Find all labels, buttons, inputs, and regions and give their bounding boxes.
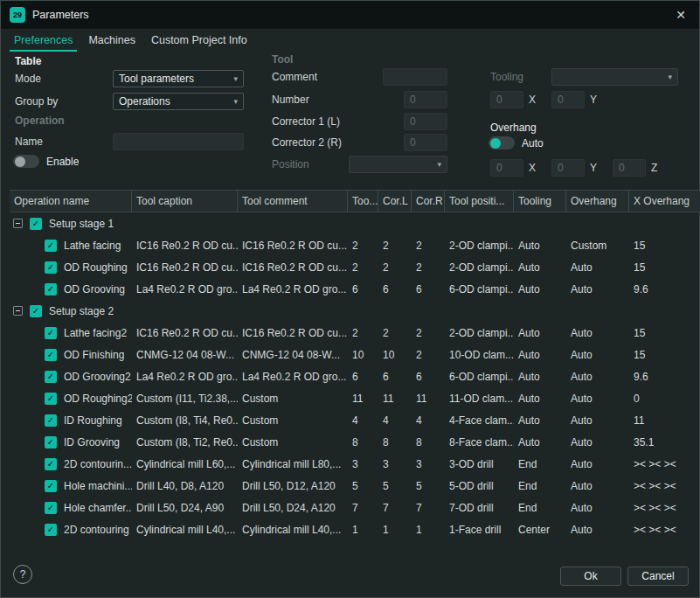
table-row[interactable]: ✓OD Grooving2La4 Re0.2 R OD gro...La4 Re… [10,365,700,387]
table-row[interactable]: ✓OD GroovingLa4 Re0.2 R OD gro...La4 Re0… [10,278,700,300]
table-header-row: Operation name Tool caption Tool comment… [10,190,700,212]
table-row[interactable]: ✓Hole machini...Drill L40, D8, A120Drill… [10,475,700,497]
table-row[interactable]: ✓OD Roughing2Custom (I11, Ti2.38,...Cust… [10,387,700,409]
row-checkbox[interactable]: ✓ [45,240,57,252]
row-checkbox[interactable]: ✓ [30,305,42,317]
overhang-cell: Auto [566,453,629,475]
cancel-button[interactable]: Cancel [627,567,689,586]
ok-button[interactable]: Ok [560,567,621,586]
row-checkbox[interactable]: ✓ [45,349,57,361]
row-checkbox[interactable]: ✓ [45,502,57,514]
table-row[interactable]: ✓Lathe facingIC16 Re0.2 R OD cu...IC16 R… [10,234,700,256]
row-checkbox[interactable]: ✓ [30,218,42,230]
table-row[interactable]: ✓Hole chamfer...Drill L50, D24, A90Drill… [10,497,700,518]
tab-machines[interactable]: Machines [82,31,142,52]
table-row[interactable]: ✓OD RoughingIC16 Re0.2 R OD cu...IC16 Re… [10,256,700,278]
tool-caption-cell: Cylindrical mill L40,... [132,518,238,540]
tooling-x-input: 0 [490,91,523,108]
column-header-cor-l[interactable]: Cor.L [378,191,412,212]
row-checkbox[interactable]: ✓ [45,327,57,339]
operation-name: OD Roughing2 [64,393,132,405]
column-header-tool-number[interactable]: Too... [348,191,378,212]
cor-r-cell: 11 [412,387,445,409]
tool-comment-cell: Custom [238,431,348,453]
tool-comment-cell: Custom [238,387,348,409]
row-checkbox[interactable]: ✓ [45,458,57,470]
row-checkbox[interactable]: ✓ [45,480,57,492]
mode-dropdown[interactable]: Tool parameters ▾ [113,70,244,87]
cor-r-cell: 2 [412,234,445,256]
collapse-icon[interactable] [13,219,23,228]
tab-preferences[interactable]: Preferences [8,31,79,52]
operation-name: 2D contourin... [64,458,132,470]
tooling-cell: Auto [514,234,566,256]
column-header-tooling[interactable]: Tooling [514,191,566,212]
column-header-cor-r[interactable]: Cor.R [412,191,445,212]
overhang-cell [566,300,629,322]
cor-l-cell [378,300,412,322]
x-overhang-cell: 15 [629,322,700,344]
operation-name: OD Finishing [64,349,124,361]
x-overhang-cell: >< >< >< [629,497,700,518]
table-row[interactable]: ✓2D contouringCylindrical mill L40,...Cy… [10,518,700,540]
tab-custom-project-info[interactable]: Custom Project Info [145,31,253,52]
operation-name: 2D contouring [64,524,129,536]
row-checkbox[interactable]: ✓ [45,371,57,383]
overhang-z-value: 0 [619,162,625,174]
tool-position-cell: 8-Face clam... [445,431,514,453]
row-checkbox[interactable]: ✓ [45,436,57,448]
tool-position-cell: 10-OD clam... [445,344,514,365]
cor-l-cell: 2 [378,234,412,256]
overhang-cell: Auto [566,278,629,300]
x-overhang-cell: 0 [629,387,700,409]
overhang-cell: Auto [566,431,629,453]
operation-name: Lathe facing [64,240,121,252]
column-header-tool-comment[interactable]: Tool comment [238,191,348,212]
group-row[interactable]: ✓Setup stage 2 [10,300,700,322]
operation-name-cell: ✓Setup stage 2 [10,300,132,322]
cor-l-cell: 6 [378,365,412,387]
tooling-x-label: X [529,94,536,107]
table-row[interactable]: ✓OD FinishingCNMG-12 04 08-W...CNMG-12 0… [10,344,700,365]
table-row[interactable]: ✓ID RoughingCustom (I8, Ti4, Re0...Custo… [10,409,700,431]
groupby-dropdown[interactable]: Operations ▾ [113,93,244,110]
operation-name: OD Grooving2 [64,371,131,383]
cor-r-cell: 5 [412,475,445,497]
row-checkbox[interactable]: ✓ [45,283,57,296]
collapse-icon[interactable] [13,306,23,316]
column-header-tool-position[interactable]: Tool positi... [445,191,514,212]
cor-l-cell: 2 [378,322,412,344]
enable-toggle[interactable] [13,155,39,168]
close-icon[interactable]: ✕ [671,8,690,22]
row-checkbox[interactable]: ✓ [45,261,57,274]
x-overhang-cell [629,300,700,322]
row-checkbox[interactable]: ✓ [45,414,57,427]
help-button[interactable]: ? [13,565,32,584]
column-header-overhang[interactable]: Overhang [566,191,629,212]
overhang-auto-toggle[interactable] [489,136,515,150]
group-row[interactable]: ✓Setup stage 1 [10,212,700,234]
tool-number-cell [348,212,378,234]
cor-l-cell: 3 [378,453,412,475]
cor-l-cell: 1 [378,518,412,540]
x-overhang-cell: 11 [629,409,700,431]
overhang-y-input: 0 [551,159,585,177]
column-header-x-overhang[interactable]: X Overhang [629,191,700,212]
cor-l-cell: 6 [378,278,412,300]
tool-caption-cell [132,212,238,234]
table-row[interactable]: ✓Lathe facing2IC16 Re0.2 R OD cu...IC16 … [10,322,700,344]
tool-position-cell: 7-OD drill [445,497,514,518]
table-row[interactable]: ✓2D contourin...Cylindrical mill L60,...… [10,453,700,475]
column-header-operation-name[interactable]: Operation name [10,191,132,212]
row-checkbox[interactable]: ✓ [45,524,57,536]
tool-position-cell: 5-OD drill [445,475,514,497]
table-row[interactable]: ✓ID GroovingCustom (I8, Ti2, Re0...Custo… [10,431,700,453]
operation-name: Hole machini... [64,480,132,492]
enable-toggle-row: Enable [13,155,79,168]
position-dropdown: ▾ [349,156,447,173]
cor-r-cell: 8 [412,431,445,453]
tool-number-cell: 4 [348,409,378,431]
column-header-tool-caption[interactable]: Tool caption [132,191,238,212]
row-checkbox[interactable]: ✓ [45,393,57,405]
groupby-label: Group by [15,95,58,108]
